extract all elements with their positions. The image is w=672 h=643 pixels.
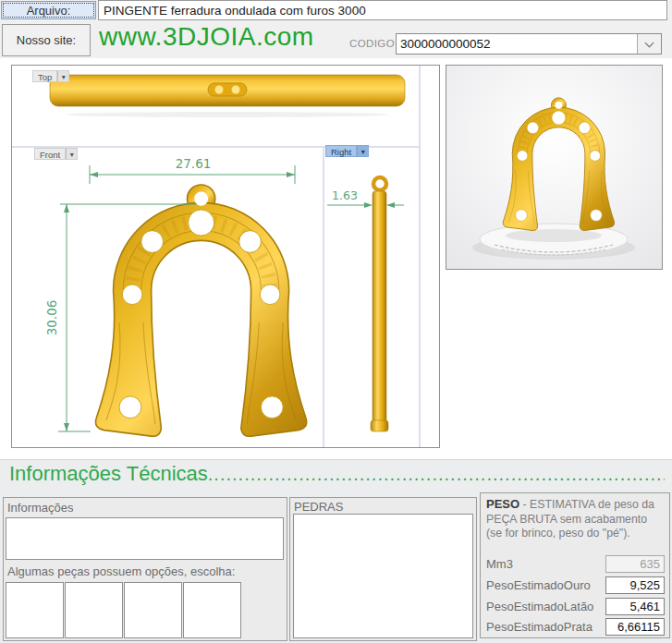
option-box-4[interactable] [183,582,241,638]
field-row-mm3: Mm3 635 [486,554,665,573]
cad-viewport-panel: Top ▾ Front ▾ Right ▾ [11,65,440,448]
product-form: Arquivo: Nosso site: www.3DJOIA.com CODI… [0,0,672,643]
codigo-combobox[interactable] [396,33,662,55]
svg-text:27.61: 27.61 [176,156,212,171]
codigo-dropdown-button[interactable] [637,34,661,54]
view-chip-top[interactable]: Top ▾ [32,70,69,82]
leader-dots: ........................................… [208,464,665,485]
peso-latao-label: PesoEstimadoLatão [486,600,605,613]
pedras-textbox[interactable] [293,514,473,638]
peso-prata-value[interactable]: 6,66115 [605,618,665,636]
opcoes-label: Algumas peças possuem opções, escolha: [7,564,235,578]
right-view-profile [371,177,388,431]
field-row-peso-latao: PesoEstimadoLatão 5,461 [486,597,665,615]
view-chip-front-label: Front [34,148,66,160]
chevron-down-icon [645,38,654,47]
option-box-1[interactable] [6,582,64,638]
informacoes-textbox[interactable] [6,517,284,560]
mm3-value[interactable]: 635 [605,555,665,573]
section-header: Informações Técnicas ...................… [9,462,665,486]
field-row-peso-prata: PesoEstimadoPrata 6,66115 [486,617,665,636]
pedras-label: PEDRAS [294,500,343,514]
option-box-2[interactable] [65,582,123,638]
codigo-label: CODIGO [349,38,395,49]
arquivo-button[interactable]: Arquivo: [1,1,96,19]
peso-ouro-value[interactable]: 9,525 [605,576,665,594]
pedras-panel: PEDRAS [289,497,477,641]
peso-description: PESO - ESTIMATIVA de peso da PEÇA BRUTA … [486,497,666,541]
chevron-down-icon[interactable]: ▾ [357,145,369,157]
dimension-width: 27.61 [90,156,295,184]
chevron-down-icon[interactable]: ▾ [57,70,69,82]
peso-prata-label: PesoEstimadoPrata [486,620,605,634]
option-box-3[interactable] [124,582,182,638]
mm3-label: Mm3 [486,557,605,571]
chevron-down-icon[interactable]: ▾ [66,148,78,160]
peso-latao-value[interactable]: 5,461 [605,598,665,615]
svg-text:30.06: 30.06 [44,300,59,336]
view-chip-right[interactable]: Right ▾ [325,145,369,157]
peso-panel: PESO - ESTIMATIVA de peso da PEÇA BRUTA … [480,492,670,638]
render-image [446,66,662,269]
peso-ouro-label: PesoEstimadoOuro [486,578,605,592]
view-chip-top-label: Top [32,70,57,82]
file-title-input[interactable] [98,0,667,20]
dimension-thickness: 1.63 [327,188,404,208]
view-chip-front[interactable]: Front ▾ [34,148,78,160]
nosso-site-button[interactable]: Nosso site: [2,24,91,56]
codigo-input[interactable] [397,34,637,54]
top-view-bar [50,75,405,117]
front-view-horseshoe [96,185,307,436]
field-row-peso-ouro: PesoEstimadoOuro 9,525 [486,576,665,594]
section-title: Informações Técnicas [9,462,208,486]
cad-drawing: 27.61 30.06 1.63 [12,66,439,447]
svg-text:1.63: 1.63 [332,188,358,202]
informacoes-panel: Informações Algumas peças possuem opções… [3,497,287,641]
site-url-link[interactable]: www.3DJOIA.com [99,22,314,52]
informacoes-label: Informações [7,501,74,515]
peso-title: PESO [486,497,519,511]
render-preview-panel [446,65,663,270]
view-chip-right-label: Right [325,145,357,157]
